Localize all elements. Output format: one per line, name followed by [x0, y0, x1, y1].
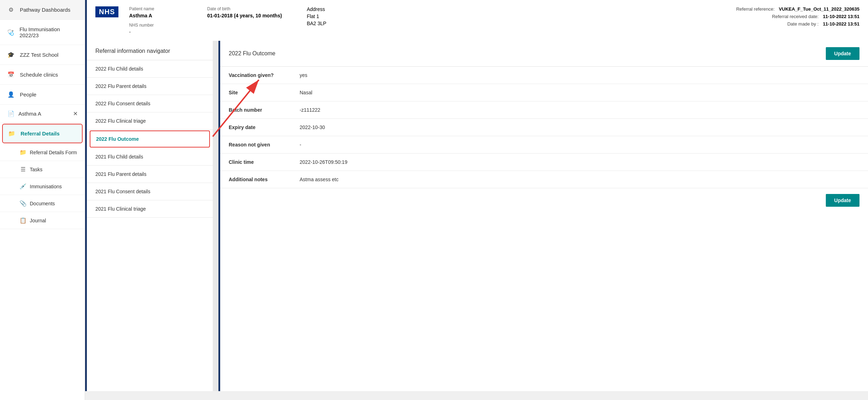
address-line2: BA2 3LP	[307, 21, 353, 26]
sidebar-item-schedule-clinics[interactable]: 📅 Schedule clinics	[0, 65, 85, 85]
sidebar: ⚙ Pathway Dashboards 🩺 Flu Immunisation …	[0, 0, 85, 400]
sidebar-item-label: ZZZ Test School	[20, 52, 59, 58]
ref-reference-value: VUKEA_F_Tue_Oct_11_2022_320635	[779, 6, 859, 12]
sidebar-item-journal[interactable]: 📋 Journal	[0, 212, 85, 229]
sidebar-item-label: Pathway Dashboards	[20, 7, 71, 13]
batch-number-value: -z111222	[300, 107, 320, 113]
outcome-row-expiry-date: Expiry date 2022-10-30	[220, 119, 868, 136]
outcome-row-site: Site Nasal	[220, 84, 868, 101]
clinic-time-value: 2022-10-26T09:50:19	[300, 159, 347, 165]
nav-item-flu-consent-2022[interactable]: 2022 Flu Consent details	[87, 95, 213, 112]
ref-made-value: 11-10-2022 13:51	[823, 21, 859, 27]
ref-reference-label: Referral reference:	[736, 6, 774, 12]
flu-icon: 🩺	[7, 29, 15, 36]
nav-item-flu-parent-2021[interactable]: 2021 Flu Parent details	[87, 166, 213, 183]
outcome-row-batch-number: Batch number -z111222	[220, 101, 868, 119]
injection-icon: 💉	[19, 183, 27, 190]
nhs-logo: NHS	[95, 6, 118, 17]
close-asthma-button[interactable]: ✕	[73, 110, 78, 117]
update-button-top[interactable]: Update	[826, 47, 859, 60]
dob-value: 01-01-2018 (4 years, 10 months)	[207, 13, 282, 18]
sidebar-item-label: Flu Immunisation 2022/23	[20, 26, 78, 38]
sidebar-item-referral-details[interactable]: 📁 Referral Details	[2, 124, 83, 143]
main-content: NHS Patient name Asthma A NHS number - D…	[85, 0, 868, 400]
patient-header: NHS Patient name Asthma A NHS number - D…	[85, 0, 868, 41]
patient-address-col: Address Flat 1 BA2 3LP	[307, 6, 353, 26]
patient-ref-col: Referral reference: VUKEA_F_Tue_Oct_11_2…	[736, 6, 859, 27]
sidebar-item-label: Documents	[30, 201, 55, 206]
ref-made-label: Date made by :	[787, 21, 818, 27]
nav-item-flu-outcome-2022[interactable]: 2022 Flu Outcome	[90, 130, 210, 148]
reason-not-given-label: Reason not given	[229, 142, 300, 148]
sidebar-item-flu-immunisation[interactable]: 🩺 Flu Immunisation 2022/23	[0, 20, 85, 45]
patient-dob-col: Date of birth 01-01-2018 (4 years, 10 mo…	[207, 6, 282, 18]
folder-icon: 📁	[8, 130, 16, 137]
panel-divider	[213, 41, 216, 391]
sidebar-item-label: Schedule clinics	[20, 72, 58, 78]
paperclip-icon: 📎	[19, 200, 27, 207]
nhs-number-label: NHS number	[129, 23, 186, 28]
content-area: Referral information navigator 2022 Flu …	[85, 41, 868, 391]
vaccination-given-value: yes	[300, 72, 307, 78]
patient-name-label: Patient name	[129, 6, 186, 11]
outcome-header: 2022 Flu Outcome Update	[220, 41, 868, 67]
sidebar-item-label: People	[20, 91, 37, 98]
patient-name-col: Patient name Asthma A NHS number -	[129, 6, 186, 34]
site-value: Nasal	[300, 90, 312, 95]
vaccination-given-label: Vaccination given?	[229, 72, 300, 78]
sidebar-item-pathway-dashboards[interactable]: ⚙ Pathway Dashboards	[0, 0, 85, 20]
expiry-date-label: Expiry date	[229, 124, 300, 130]
sidebar-item-label: Referral Details	[21, 130, 60, 137]
sidebar-item-label: Immunisations	[30, 184, 62, 189]
sidebar-item-zzz-test-school[interactable]: 🎓 ZZZ Test School	[0, 45, 85, 65]
batch-number-label: Batch number	[229, 107, 300, 113]
additional-notes-value: Astma assess etc	[300, 177, 339, 182]
patient-name-value: Asthma A	[129, 13, 186, 18]
ref-received-label: Referral received date:	[772, 14, 819, 19]
site-label: Site	[229, 90, 300, 95]
ref-received-value: 11-10-2022 13:51	[823, 14, 859, 19]
sidebar-item-label: Asthma A	[18, 111, 41, 117]
calendar-icon: 📅	[7, 71, 15, 78]
doc-icon: 📄	[7, 110, 15, 117]
additional-notes-label: Additional notes	[229, 177, 300, 182]
outcome-row-additional-notes: Additional notes Astma assess etc	[220, 171, 868, 188]
expiry-date-value: 2022-10-30	[300, 124, 325, 130]
nav-item-flu-child-2022[interactable]: 2022 Flu Child details	[87, 60, 213, 78]
outcome-footer: Update	[220, 188, 868, 212]
outcome-panel: 2022 Flu Outcome Update Vaccination give…	[218, 41, 868, 391]
sidebar-item-tasks[interactable]: ☰ Tasks	[0, 161, 85, 178]
nav-item-flu-clinical-2021[interactable]: 2021 Flu Clinical triage	[87, 200, 213, 218]
dob-label: Date of birth	[207, 6, 282, 11]
sidebar-item-documents[interactable]: 📎 Documents	[0, 195, 85, 212]
address-line1: Flat 1	[307, 13, 353, 19]
folder-icon: 📁	[19, 149, 27, 156]
person-icon: 👤	[7, 91, 15, 98]
navigator-panel: Referral information navigator 2022 Flu …	[85, 41, 213, 391]
update-button-bottom[interactable]: Update	[826, 194, 859, 207]
clinic-time-label: Clinic time	[229, 159, 300, 165]
sidebar-item-people[interactable]: 👤 People	[0, 85, 85, 105]
reason-not-given-value: -	[300, 142, 301, 148]
sidebar-item-referral-details-form[interactable]: 📁 Referral Details Form	[0, 144, 85, 161]
sidebar-item-asthma-a[interactable]: 📄 Asthma A ✕	[0, 105, 85, 123]
nav-item-flu-parent-2022[interactable]: 2022 Flu Parent details	[87, 78, 213, 95]
sidebar-item-immunisations[interactable]: 💉 Immunisations	[0, 178, 85, 195]
sidebar-item-label: Referral Details Form	[30, 150, 77, 155]
nav-item-flu-child-2021[interactable]: 2021 Flu Child details	[87, 148, 213, 166]
sidebar-item-label: Tasks	[30, 167, 43, 172]
journal-icon: 📋	[19, 217, 27, 224]
outcome-row-vaccination-given: Vaccination given? yes	[220, 67, 868, 84]
sidebar-item-label: Journal	[30, 218, 46, 223]
school-icon: 🎓	[7, 51, 15, 58]
outcome-row-reason-not-given: Reason not given -	[220, 136, 868, 154]
nav-item-flu-consent-2021[interactable]: 2021 Flu Consent details	[87, 183, 213, 200]
address-label: Address	[307, 6, 353, 12]
outcome-row-clinic-time: Clinic time 2022-10-26T09:50:19	[220, 154, 868, 171]
nhs-number-value: -	[129, 29, 186, 34]
gear-icon: ⚙	[7, 6, 15, 13]
outcome-title: 2022 Flu Outcome	[229, 50, 826, 57]
nav-item-flu-clinical-2022[interactable]: 2022 Flu Clinical triage	[87, 112, 213, 130]
tasks-icon: ☰	[19, 166, 27, 173]
navigator-title: Referral information navigator	[87, 41, 213, 60]
